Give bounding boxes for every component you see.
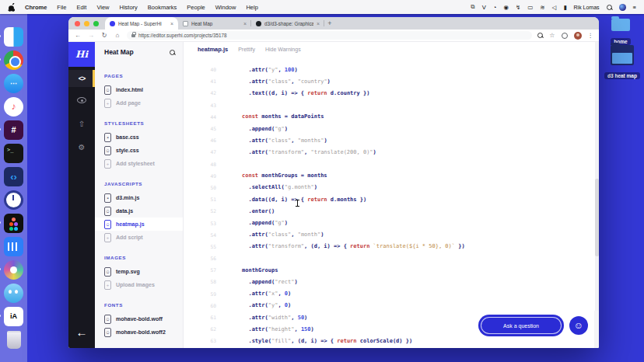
sidebar-item-add-page[interactable]: +Add page	[95, 96, 183, 110]
code-area[interactable]: 40 .attr("y", 100)41 .attr("class", "cou…	[184, 64, 594, 348]
finder-dock-icon[interactable]	[4, 26, 24, 47]
close-window-button[interactable]	[75, 21, 80, 26]
reload-icon[interactable]: ↻	[100, 32, 108, 39]
menu-item-bookmarks[interactable]: Bookmarks	[148, 4, 177, 11]
zoom-page-icon[interactable]	[537, 33, 543, 38]
zoom-window-button[interactable]	[93, 21, 99, 26]
menu-item-view[interactable]: View	[96, 4, 109, 11]
browser-menu-icon[interactable]: ⋮	[588, 32, 594, 39]
sidebar-item-temp-svg[interactable]: ☺temp.svg	[95, 265, 183, 278]
close-tab-icon[interactable]: ×	[317, 21, 320, 26]
open-filename: heatmap.js	[198, 46, 228, 53]
sidebar-item-style-css[interactable]: ☺style.css	[95, 144, 183, 157]
messages-dock-icon[interactable]: ⋯	[4, 73, 24, 93]
tab-1[interactable]: Heat Map - SuperHi×	[105, 17, 178, 30]
music-dock-icon[interactable]: ♪	[4, 96, 24, 117]
forward-icon[interactable]: →	[87, 32, 95, 39]
menu-item-help[interactable]: Help	[246, 4, 257, 11]
url-text: https://editor.superhi.com/projects/3517…	[138, 33, 226, 38]
twitter-dock-icon[interactable]	[4, 283, 24, 303]
volume-icon[interactable]: ◁	[552, 4, 557, 11]
menubar-username[interactable]: Rik Lomas	[574, 5, 600, 10]
notification-center-icon[interactable]: ≡	[633, 4, 636, 11]
bookmark-star-icon[interactable]: ☆	[549, 32, 555, 39]
close-tab-icon[interactable]: ×	[243, 21, 247, 26]
figma-dock-icon[interactable]	[4, 213, 24, 233]
siri-icon[interactable]	[619, 4, 626, 11]
hide-warnings-button[interactable]: Hide Warnings	[265, 47, 301, 52]
sidebar-item-add-script[interactable]: +Add script	[95, 231, 183, 244]
menu-item-edit[interactable]: Edit	[76, 4, 86, 11]
slack-dock-icon[interactable]: #	[4, 120, 24, 140]
sidebar-item-mohave-bold-woff[interactable]: ☺mohave-bold.woff	[95, 312, 183, 325]
scrollbar-thumb[interactable]	[595, 179, 599, 256]
bluetooth-icon[interactable]: ↯	[516, 4, 520, 11]
minimize-window-button[interactable]	[84, 21, 89, 26]
profile-avatar[interactable]	[574, 32, 582, 40]
back-arrow-button[interactable]: ←	[68, 325, 95, 339]
address-bar[interactable]: https://editor.superhi.com/projects/3517…	[127, 31, 532, 40]
code-scrollbar[interactable]	[595, 42, 599, 311]
menu-item-window[interactable]: Window	[215, 4, 236, 11]
iawriter-dock-icon[interactable]: iA	[4, 306, 24, 326]
code-view-tab[interactable]: <>	[68, 70, 95, 87]
clock-dock-icon[interactable]	[4, 190, 24, 210]
intercom-dock-icon[interactable]	[4, 236, 24, 256]
ask-question-button[interactable]: Ask a question	[481, 317, 562, 334]
code-text: .attr("class", "months")	[216, 137, 327, 144]
code-line: 60 .attr("y", 0)	[184, 300, 594, 312]
tab-3[interactable]: d3/d3-shape: Graphical primi...×	[251, 17, 324, 30]
time-machine-icon[interactable]: ◉	[503, 4, 509, 11]
vscode-dock-icon[interactable]: ‹›	[4, 166, 24, 186]
screen-mirroring-icon[interactable]: ⧉	[471, 3, 474, 11]
sidebar-item-upload-images[interactable]: +Upload images	[95, 278, 183, 291]
code-text: .text((d, i) => { return d.country })	[216, 90, 369, 96]
menu-item-history[interactable]: History	[120, 4, 138, 11]
chrome-icon	[4, 50, 23, 70]
tab-2[interactable]: Heat Map×	[178, 17, 251, 30]
sidebar-item-base-css[interactable]: ▪base.css	[95, 131, 183, 144]
code-text: .append("g")	[216, 220, 288, 226]
prettify-button[interactable]: Prettify	[238, 47, 255, 52]
preview-tab[interactable]	[68, 92, 95, 109]
chrome-dock-icon[interactable]	[4, 50, 24, 70]
file-icon: ☺	[104, 315, 111, 324]
back-icon[interactable]: ←	[74, 32, 82, 39]
display-icon[interactable]: ▭	[527, 4, 533, 11]
extension-icon[interactable]	[562, 33, 568, 39]
sidebar-item-index-html[interactable]: ☺index.html	[95, 83, 183, 96]
settings-tab[interactable]: ⚙	[68, 138, 95, 155]
close-tab-icon[interactable]: ×	[170, 21, 173, 26]
desktop-icon-d3-heat-map[interactable]: d3 heat map	[604, 45, 641, 81]
menu-item-chrome[interactable]: Chrome	[25, 4, 47, 11]
wifi-icon[interactable]: ≋	[540, 4, 544, 11]
line-number: 46	[184, 137, 216, 143]
new-tab-button[interactable]: +	[324, 19, 335, 27]
spotlight-icon[interactable]	[607, 5, 612, 10]
vpn-icon[interactable]: Ⅴ	[482, 4, 486, 11]
battery-icon[interactable]: ▮	[563, 4, 566, 11]
sidebar-item-data-js[interactable]: ☺data.js	[95, 204, 183, 218]
menu-item-file[interactable]: File	[57, 4, 66, 11]
sidebar-item-mohave-bold-woff2[interactable]: ☺mohave-bold.woff2	[95, 325, 183, 339]
clock-icon[interactable]: ◔	[493, 4, 497, 11]
home-icon[interactable]: ⌂	[114, 32, 121, 39]
trash-icon	[7, 331, 21, 349]
messages-icon: ⋯	[4, 74, 23, 93]
publish-tab[interactable]: ⇧	[68, 115, 95, 132]
menu-item-people[interactable]: People	[187, 4, 205, 11]
trash-dock-icon[interactable]	[4, 329, 24, 350]
finder-icon	[4, 27, 23, 47]
sidebar-item-d3-min-js[interactable]: ▪d3.min.js	[95, 191, 183, 204]
code-text: .append("rect")	[216, 279, 298, 285]
superhi-logo[interactable]: Hi	[68, 42, 95, 67]
sidebar-item-add-stylesheet[interactable]: +Add stylesheet	[95, 157, 183, 170]
desktop-icon-home[interactable]: home	[602, 19, 639, 47]
screenflow-dock-icon[interactable]	[4, 259, 24, 280]
apple-icon[interactable]	[8, 3, 15, 12]
search-icon[interactable]	[170, 50, 175, 55]
code-text: .style("fill", (d, i) => { return colorS…	[216, 338, 412, 344]
help-smiley-button[interactable]: ☺	[569, 316, 588, 335]
terminal-dock-icon[interactable]: >_	[4, 143, 24, 163]
sidebar-item-heatmap-js[interactable]: ☺heatmap.js	[95, 218, 183, 231]
